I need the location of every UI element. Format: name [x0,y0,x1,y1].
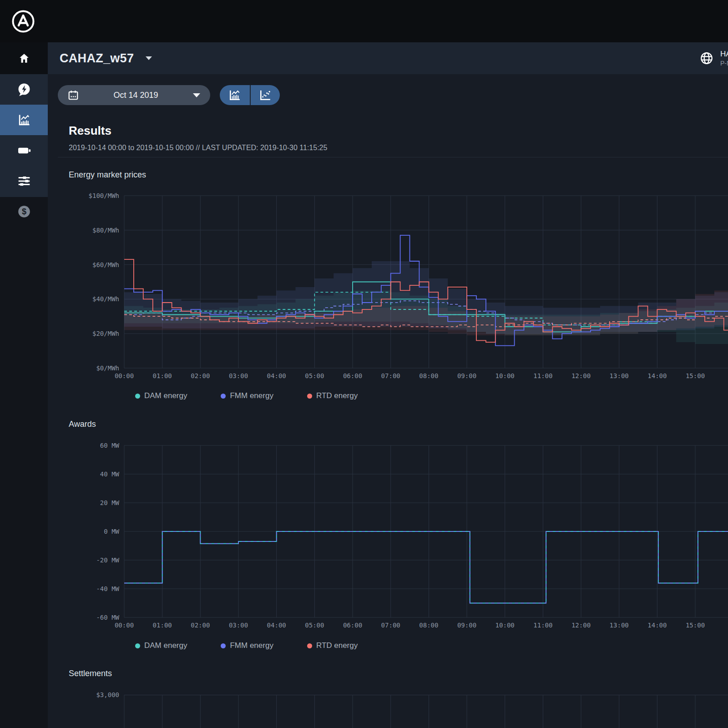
dollar-glyph: $ [21,207,26,216]
energy-prices-plot: $100/MWh$80/MWh$60/MWh$40/MWh$20/MWh$0/M… [124,196,728,368]
sidebar-item-results[interactable] [0,105,48,135]
svg-text:13:00: 13:00 [610,372,629,379]
svg-text:06:00: 06:00 [343,622,362,629]
svg-text:03:00: 03:00 [229,622,248,629]
timeseries-view-button[interactable] [220,85,250,105]
svg-text:$3,000: $3,000 [96,691,119,698]
svg-text:11:00: 11:00 [533,622,552,629]
svg-text:$80/MWh: $80/MWh [92,227,119,234]
settlements-chart: $3,000 [124,695,728,728]
awards-chart: 60 MW40 MW20 MW0 MW-20 MW-40 MW-60 MW00:… [124,445,728,617]
page-header: CAHAZ_w57 HAA P-NO [48,42,728,74]
rtd-legend-dot-icon [307,394,312,399]
svg-text:13:00: 13:00 [610,622,629,629]
svg-text:-60 MW: -60 MW [96,614,119,621]
date-picker-value: Oct 14 2019 [79,91,193,100]
fmm-legend-dot-icon [221,643,226,648]
svg-text:00:00: 00:00 [115,372,134,379]
svg-text:07:00: 07:00 [381,622,400,629]
svg-text:$0/MWh: $0/MWh [96,364,119,372]
dam-legend-dot-icon [135,394,140,399]
settlements-plot: $3,000 [124,695,728,728]
section-title-awards: Awards [69,420,96,429]
date-picker[interactable]: Oct 14 2019 [58,85,210,105]
section-title-settlements: Settlements [69,669,112,678]
account-area[interactable]: HAA P-NO [699,42,728,74]
section-title-energy-prices: Energy market prices [69,170,146,180]
scatter-chart-icon [259,89,272,101]
sidebar-item-battery[interactable] [0,135,48,166]
top-bar [0,0,728,42]
rtd-legend-dot-icon [307,643,312,648]
legend-item-fmm[interactable]: FMM energy [221,641,273,650]
svg-text:05:00: 05:00 [305,622,324,629]
sidebar-item-home[interactable] [0,42,48,74]
calendar-icon [68,90,79,101]
svg-text:08:00: 08:00 [419,372,438,379]
svg-text:06:00: 06:00 [343,372,362,379]
svg-text:$60/MWh: $60/MWh [92,261,119,268]
portfolio-dropdown-caret-icon[interactable] [146,56,152,60]
fmm-legend-label: FMM energy [230,641,273,650]
svg-text:-40 MW: -40 MW [96,585,119,592]
svg-text:07:00: 07:00 [381,372,400,379]
app-root: { "app": { "title": "CAHAZ_w57", "accoun… [0,0,728,728]
sidebar-item-settings[interactable] [0,166,48,196]
account-node: P-NO [720,60,728,67]
dam-legend-label: DAM energy [144,641,187,650]
svg-text:09:00: 09:00 [457,372,476,379]
account-name: HAA [720,50,728,59]
legend-item-fmm[interactable]: FMM energy [221,391,273,400]
svg-text:15:00: 15:00 [686,622,705,629]
energy-prices-chart: $100/MWh$80/MWh$60/MWh$40/MWh$20/MWh$0/M… [124,196,728,368]
sidebar-item-billing[interactable]: $ [0,197,48,226]
battery-icon [17,143,31,158]
home-icon [18,52,30,64]
histogram-chart-icon [228,89,241,101]
svg-text:03:00: 03:00 [229,372,248,379]
legend-item-dam[interactable]: DAM energy [135,391,187,400]
results-subtitle: 2019-10-14 00:00 to 2019-10-15 00:00 // … [69,144,327,152]
legend-item-rtd[interactable]: RTD energy [307,641,358,650]
account-labels: HAA P-NO [720,50,728,67]
svg-text:08:00: 08:00 [419,622,438,629]
svg-text:20 MW: 20 MW [100,499,120,506]
energy-prices-legend: DAM energy FMM energy RTD energy [135,391,358,400]
svg-text:00:00: 00:00 [115,622,134,629]
portfolio-title[interactable]: CAHAZ_w57 [60,51,134,66]
svg-text:01:00: 01:00 [153,622,172,629]
svg-text:0 MW: 0 MW [104,528,119,535]
legend-item-rtd[interactable]: RTD energy [307,391,358,400]
svg-text:15:00: 15:00 [686,372,705,379]
svg-text:14:00: 14:00 [647,622,667,629]
svg-text:12:00: 12:00 [571,372,591,379]
svg-text:40 MW: 40 MW [100,470,120,478]
sidebar-item-energy[interactable] [0,74,48,105]
svg-text:09:00: 09:00 [457,622,476,629]
svg-text:05:00: 05:00 [305,372,324,379]
chart-mode-toggle [220,85,280,105]
sidebar-icon-panel [0,74,48,197]
svg-text:10:00: 10:00 [495,372,515,379]
rtd-legend-label: RTD energy [316,391,358,400]
svg-text:60 MW: 60 MW [100,442,120,449]
svg-text:$20/MWh: $20/MWh [92,330,119,337]
sliders-icon [17,174,31,188]
results-divider [58,157,728,157]
svg-text:$100/MWh: $100/MWh [89,192,119,199]
results-heading: Results [69,124,111,138]
brand-logo-icon[interactable] [11,10,35,33]
rtd-legend-label: RTD energy [316,641,358,650]
svg-text:11:00: 11:00 [533,372,552,379]
legend-item-dam[interactable]: DAM energy [135,641,187,650]
svg-text:01:00: 01:00 [153,372,172,379]
scatter-view-button[interactable] [250,85,280,105]
svg-text:12:00: 12:00 [571,622,591,629]
dam-legend-label: DAM energy [144,391,187,400]
bolt-bubble-icon [16,82,32,97]
dollar-icon: $ [17,204,31,219]
svg-text:14:00: 14:00 [647,372,667,379]
fmm-legend-label: FMM energy [230,391,273,400]
globe-icon [699,51,714,66]
fmm-legend-dot-icon [221,394,226,399]
